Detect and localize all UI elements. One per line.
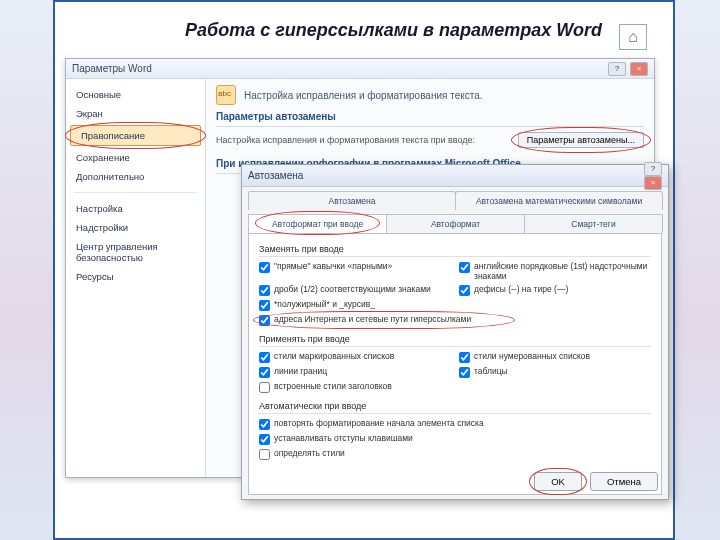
checkbox-label: определять стили	[274, 448, 345, 458]
checkbox-label: линии границ	[274, 366, 327, 376]
tab-smart-tags[interactable]: Смарт-теги	[524, 214, 663, 233]
checkbox-option[interactable]: стили нумерованных списков	[459, 351, 651, 363]
checkbox-option[interactable]: *полужирный* и _курсив_	[259, 299, 451, 311]
autocorrect-titlebar: Автозамена ? ×	[242, 165, 668, 187]
home-icon[interactable]: ⌂	[619, 24, 647, 50]
checkbox[interactable]	[259, 315, 270, 326]
checkbox-option[interactable]: встроенные стили заголовков	[259, 381, 451, 393]
checkbox-label: *полужирный* и _курсив_	[274, 299, 375, 309]
sidebar-item-resources[interactable]: Ресурсы	[66, 267, 205, 286]
group1-label: Заменять при вводе	[259, 244, 651, 254]
checkbox[interactable]	[259, 300, 270, 311]
checkbox-option[interactable]: повторять форматирование начала элемента…	[259, 418, 651, 430]
checkbox[interactable]	[259, 352, 270, 363]
checkbox[interactable]	[259, 434, 270, 445]
tab-autocorrect[interactable]: Автозамена	[248, 191, 456, 210]
section-autocorrect-title: Параметры автозамены	[216, 111, 644, 122]
word-options-titlebar: Параметры Word ? ×	[66, 59, 654, 79]
checkbox[interactable]	[259, 449, 270, 460]
checkbox-option[interactable]: устанавливать отступы клавишами	[259, 433, 651, 445]
sidebar-item-customize[interactable]: Настройка	[66, 199, 205, 218]
sidebar-item-proofing[interactable]: Правописание	[70, 125, 201, 146]
checkbox[interactable]	[259, 382, 270, 393]
options-sidebar: Основные Экран Правописание Сохранение Д…	[66, 79, 206, 477]
tab-autoformat[interactable]: Автоформат	[386, 214, 525, 233]
checkbox-label: устанавливать отступы клавишами	[274, 433, 413, 443]
tab-autoformat-as-you-type[interactable]: Автоформат при вводе	[248, 214, 387, 233]
checkbox-label: стили нумерованных списков	[474, 351, 590, 361]
checkbox-label: повторять форматирование начала элемента…	[274, 418, 484, 428]
proofing-icon	[216, 85, 236, 105]
checkbox-label: "прямые" кавычки «парными»	[274, 261, 392, 271]
checkbox-option[interactable]: дефисы (--) на тире (—)	[459, 284, 651, 296]
checkbox-label: дроби (1/2) соответствующими знаками	[274, 284, 431, 294]
checkbox-option[interactable]: линии границ	[259, 366, 451, 378]
page-title: Работа с гиперссылками в параметрах Word	[185, 20, 602, 41]
group2-label: Применять при вводе	[259, 334, 651, 344]
cancel-button[interactable]: Отмена	[590, 472, 658, 491]
checkbox-option[interactable]: определять стили	[259, 448, 651, 460]
checkbox-label: дефисы (--) на тире (—)	[474, 284, 568, 294]
tab-math-autocorrect[interactable]: Автозамена математическими символами	[455, 191, 663, 210]
autocorrect-options-button[interactable]: Параметры автозамены...	[518, 132, 644, 148]
help-button[interactable]: ?	[608, 62, 626, 76]
sidebar-item-display[interactable]: Экран	[66, 104, 205, 123]
word-options-title: Параметры Word	[72, 63, 152, 74]
checkbox[interactable]	[259, 262, 270, 273]
autocorrect-dialog: Автозамена ? × Автозамена Автозамена мат…	[241, 164, 669, 500]
sidebar-item-addins[interactable]: Надстройки	[66, 218, 205, 237]
sidebar-item-advanced[interactable]: Дополнительно	[66, 167, 205, 186]
dialog-help-button[interactable]: ?	[644, 162, 662, 176]
tab-row-2: Автоформат при вводе Автоформат Смарт-те…	[248, 214, 662, 233]
checkbox-label: стили маркированных списков	[274, 351, 394, 361]
checkbox-option[interactable]: дроби (1/2) соответствующими знаками	[259, 284, 451, 296]
checkbox[interactable]	[459, 262, 470, 273]
ok-button[interactable]: OK	[534, 472, 582, 491]
checkbox-option[interactable]: "прямые" кавычки «парными»	[259, 261, 451, 281]
group3-label: Автоматически при вводе	[259, 401, 651, 411]
checkbox[interactable]	[459, 352, 470, 363]
autocorrect-desc: Настройка исправления и форматирования т…	[216, 135, 475, 145]
checkbox-label: английские порядковые (1st) надстрочными…	[474, 261, 651, 281]
sidebar-item-save[interactable]: Сохранение	[66, 148, 205, 167]
dialog-close-button[interactable]: ×	[644, 176, 662, 190]
checkbox-option[interactable]: английские порядковые (1st) надстрочными…	[459, 261, 651, 281]
slide-frame: Работа с гиперссылками в параметрах Word…	[53, 0, 675, 540]
main-header: Настройка исправления и форматирования т…	[216, 85, 644, 105]
autoformat-panel: Заменять при вводе "прямые" кавычки «пар…	[248, 233, 662, 495]
dialog-buttons: OK Отмена	[534, 472, 658, 491]
checkbox[interactable]	[459, 285, 470, 296]
checkbox[interactable]	[259, 419, 270, 430]
checkbox-label: встроенные стили заголовков	[274, 381, 392, 391]
window-controls: ? ×	[608, 62, 648, 76]
tab-row-1: Автозамена Автозамена математическими си…	[248, 191, 662, 210]
checkbox-option[interactable]: стили маркированных списков	[259, 351, 451, 363]
checkbox-option[interactable]: адреса Интернета и сетевые пути гиперссы…	[259, 314, 651, 326]
autocorrect-title: Автозамена	[248, 170, 303, 181]
main-header-text: Настройка исправления и форматирования т…	[244, 90, 483, 101]
checkbox-label: адреса Интернета и сетевые пути гиперссы…	[274, 314, 471, 324]
checkbox[interactable]	[259, 367, 270, 378]
sidebar-item-main[interactable]: Основные	[66, 85, 205, 104]
checkbox[interactable]	[459, 367, 470, 378]
checkbox-label: таблицы	[474, 366, 508, 376]
sidebar-item-trust[interactable]: Центр управления безопасностью	[66, 237, 205, 267]
checkbox[interactable]	[259, 285, 270, 296]
close-button[interactable]: ×	[630, 62, 648, 76]
checkbox-option[interactable]: таблицы	[459, 366, 651, 378]
